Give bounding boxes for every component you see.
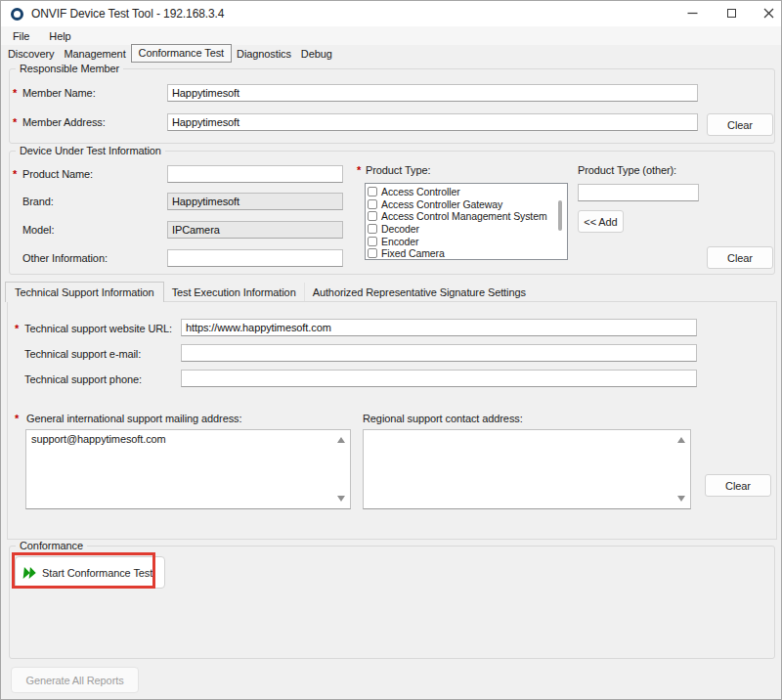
responsible-member-group-label: Responsible Member <box>16 63 123 74</box>
device-info-group-label: Device Under Test Information <box>16 145 165 156</box>
tab-diagnostics[interactable]: Diagnostics <box>232 46 296 63</box>
model-field <box>167 221 343 239</box>
product-type-other-label: Product Type (other): <box>578 164 676 176</box>
responsible-member-clear-button[interactable]: Clear <box>707 113 773 136</box>
support-email-label: Technical support e-mail: <box>24 348 141 360</box>
add-product-type-button[interactable]: << Add <box>578 210 624 233</box>
product-type-listbox[interactable]: Access Controller Access Controller Gate… <box>365 183 568 260</box>
maximize-button[interactable] <box>717 3 746 23</box>
checkbox-unchecked-icon <box>368 248 377 258</box>
mailing-address-label: General international support mailing ad… <box>26 413 241 424</box>
product-type-other-input[interactable] <box>578 184 699 201</box>
menu-help[interactable]: Help <box>45 30 74 42</box>
checkbox-unchecked-icon <box>368 187 377 197</box>
generate-all-reports-button[interactable]: Generate All Reports <box>11 667 139 693</box>
required-marker: * <box>13 87 17 99</box>
tab-test-execution-information[interactable]: Test Execution Information <box>164 283 305 301</box>
tab-debug[interactable]: Debug <box>296 46 337 63</box>
app-window: ONVIF Device Test Tool - 192.168.3.4 Fil… <box>0 0 782 700</box>
product-name-label: Product Name: <box>22 168 93 180</box>
product-type-option-label: Decoder <box>381 223 419 235</box>
menu-bar: File Help <box>1 26 781 45</box>
tab-discovery[interactable]: Discovery <box>3 46 59 63</box>
regional-address-textarea[interactable] <box>363 429 691 509</box>
checkbox-unchecked-icon <box>368 224 377 234</box>
product-type-option-label: Access Control Management System <box>381 210 547 222</box>
maximize-icon <box>727 9 736 18</box>
product-type-option[interactable]: Access Control Management System <box>368 210 553 223</box>
mailing-address-text: support@happytimesoft.com <box>31 433 332 445</box>
product-type-label: Product Type: <box>366 164 430 176</box>
tab-authorized-representative-signature-settings[interactable]: Authorized Representative Signature Sett… <box>305 283 534 301</box>
product-type-option-label: Access Controller Gateway <box>381 198 502 210</box>
close-button[interactable] <box>754 3 782 23</box>
onvif-logo-icon <box>11 8 23 21</box>
product-type-option[interactable]: Access Controller Gateway <box>368 198 553 211</box>
listbox-scrollbar-thumb[interactable] <box>558 200 562 231</box>
close-icon <box>763 8 774 19</box>
checkbox-unchecked-icon <box>368 237 377 246</box>
menu-file[interactable]: File <box>9 30 33 42</box>
product-name-input[interactable] <box>167 165 343 183</box>
product-type-option-label: Fixed Camera <box>381 247 445 259</box>
main-tab-strip: Discovery Management Conformance Test Di… <box>3 44 337 63</box>
scroll-up-icon[interactable] <box>337 437 345 443</box>
required-marker: * <box>15 323 19 334</box>
tab-conformance-test[interactable]: Conformance Test <box>131 44 232 63</box>
window-title: ONVIF Device Test Tool - 192.168.3.4 <box>31 7 224 21</box>
minimize-icon <box>687 8 698 19</box>
scroll-down-icon[interactable] <box>677 496 685 502</box>
technical-support-clear-button[interactable]: Clear <box>705 474 771 497</box>
member-name-label: Member Name: <box>22 87 96 99</box>
tab-technical-support-information[interactable]: Technical Support Information <box>5 282 164 302</box>
model-label: Model: <box>22 224 54 236</box>
title-bar: ONVIF Device Test Tool - 192.168.3.4 <box>1 1 781 26</box>
checkbox-unchecked-icon <box>368 199 377 209</box>
website-url-label: Technical support website URL: <box>24 323 172 334</box>
member-address-input[interactable] <box>167 113 698 131</box>
website-url-input[interactable] <box>181 319 697 336</box>
product-type-option-label: Access Controller <box>381 186 460 197</box>
responsible-member-group: Responsible Member <box>9 68 775 144</box>
tab-management[interactable]: Management <box>59 46 130 63</box>
member-address-label: Member Address: <box>22 116 106 128</box>
support-email-input[interactable] <box>181 344 697 362</box>
other-information-label: Other Information: <box>22 252 108 264</box>
device-info-clear-button[interactable]: Clear <box>707 246 773 269</box>
minimize-button[interactable] <box>677 3 707 23</box>
required-marker: * <box>13 116 17 128</box>
product-type-option[interactable]: Fixed Camera <box>368 247 553 260</box>
brand-field <box>167 193 343 210</box>
start-conformance-test-label: Start Conformance Test <box>42 567 152 579</box>
checkbox-unchecked-icon <box>368 211 377 221</box>
mailing-address-textarea[interactable]: support@happytimesoft.com <box>25 429 351 509</box>
required-marker: * <box>357 164 361 176</box>
fast-forward-icon <box>22 566 37 580</box>
brand-label: Brand: <box>22 196 54 207</box>
required-marker: * <box>15 413 19 424</box>
product-type-option-label: Encoder <box>381 236 418 247</box>
product-type-option[interactable]: Decoder <box>368 223 553 236</box>
other-information-input[interactable] <box>167 249 343 267</box>
scroll-down-icon[interactable] <box>337 496 345 502</box>
support-phone-label: Technical support phone: <box>24 373 142 385</box>
conformance-group-label: Conformance <box>16 540 87 551</box>
scroll-up-icon[interactable] <box>677 437 685 443</box>
start-conformance-test-button[interactable]: Start Conformance Test <box>15 556 165 589</box>
required-marker: * <box>13 168 17 180</box>
product-type-option[interactable]: Encoder <box>368 235 553 247</box>
regional-address-label: Regional support contact address: <box>363 413 523 424</box>
member-name-input[interactable] <box>167 84 698 102</box>
support-phone-input[interactable] <box>181 370 697 387</box>
support-tab-strip: Technical Support Information Test Execu… <box>5 282 534 302</box>
product-type-option[interactable]: Access Controller <box>368 186 553 198</box>
